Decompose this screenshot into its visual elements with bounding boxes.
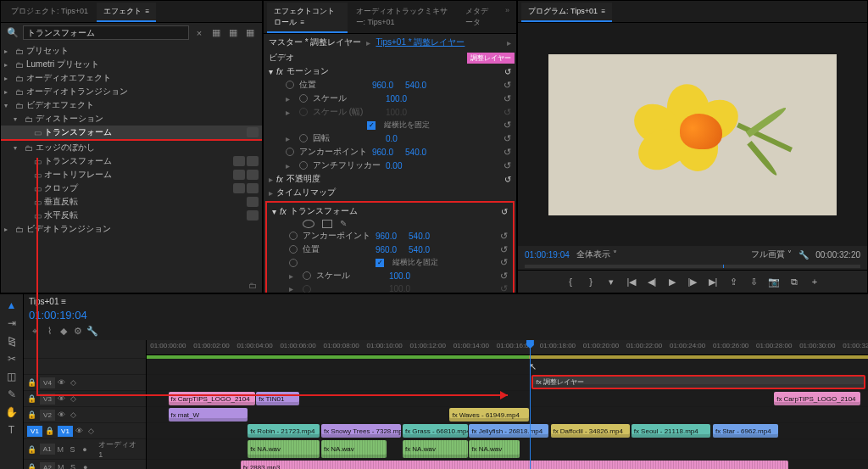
chevron-icon[interactable]: ▸ bbox=[4, 61, 13, 69]
wrench-icon[interactable]: 🔧 bbox=[798, 250, 809, 260]
chevron-icon[interactable]: ▸ bbox=[269, 175, 273, 184]
mask-ellipse-icon[interactable] bbox=[303, 220, 314, 228]
chevron-icon[interactable]: ▸ bbox=[286, 134, 294, 143]
sequence-tab[interactable]: Tips+01 ≡ bbox=[29, 297, 66, 306]
export-frame-icon[interactable]: 📷 bbox=[765, 274, 782, 289]
play-button[interactable]: ▶ bbox=[664, 274, 681, 289]
playhead[interactable] bbox=[530, 340, 531, 469]
toggle-icon[interactable]: ◇ bbox=[70, 394, 81, 403]
lift-icon[interactable]: ⇪ bbox=[725, 274, 742, 289]
tree-item[interactable]: ▸🗀ビデオトランジション bbox=[1, 222, 262, 236]
tf-anchor-y[interactable]: 540.0 bbox=[409, 232, 430, 241]
track-target-v3[interactable]: V3 bbox=[40, 394, 55, 405]
tab-audio-mixer[interactable]: オーディオトラックミキサー: Tips+01 bbox=[349, 3, 458, 33]
reset-icon[interactable]: ↺ bbox=[500, 257, 508, 268]
track-target-v2[interactable]: V2 bbox=[40, 410, 55, 421]
mark-in-icon[interactable]: { bbox=[562, 274, 579, 289]
record-icon[interactable]: ● bbox=[83, 463, 93, 469]
tree-item[interactable]: ▸🗀オーディオトランジション bbox=[1, 85, 262, 98]
lock-icon[interactable]: 🔒 bbox=[27, 410, 37, 419]
panel-menu-icon[interactable]: ≡ bbox=[145, 8, 149, 15]
chevron-icon[interactable]: ▸ bbox=[289, 271, 298, 281]
chevron-icon[interactable]: ▾ bbox=[4, 102, 13, 109]
tab-program[interactable]: プログラム: Tips+01 ≡ bbox=[521, 3, 612, 22]
stopwatch-icon[interactable] bbox=[299, 94, 308, 103]
opacity-effect[interactable]: 不透明度 bbox=[287, 173, 501, 185]
filter-icon-2[interactable]: ▦ bbox=[226, 26, 240, 40]
anchor-x[interactable]: 960.0 bbox=[372, 148, 393, 157]
program-scrubber[interactable] bbox=[525, 265, 860, 268]
tree-item[interactable]: ▾🗀ビデオエフェクト bbox=[1, 98, 262, 112]
clip-adjustment-layer[interactable]: fx調整レイヤー bbox=[531, 375, 865, 389]
clip-waves[interactable]: fxWaves - 61949.mp4 bbox=[449, 408, 529, 422]
clip-logo2[interactable]: fxCarpTIPS_LOGO_2104 bbox=[774, 392, 860, 405]
wrench-icon[interactable]: 🔧 bbox=[86, 325, 98, 337]
clip-snowy[interactable]: fxSnowy Trees - 7328.mp bbox=[321, 424, 401, 438]
antiflicker-value[interactable]: 0.00 bbox=[386, 161, 402, 170]
timeline-tracks-area[interactable]: 01:00:00:0001:00:02:0001:00:04:0001:00:0… bbox=[147, 340, 868, 469]
ripple-edit-tool-icon[interactable]: ⧎ bbox=[3, 333, 20, 349]
filter-icon-3[interactable]: ▦ bbox=[243, 26, 257, 40]
clip-bgm[interactable]: fx2883.mp3 bbox=[241, 461, 789, 469]
chevron-icon[interactable]: ▸ bbox=[4, 226, 13, 233]
mute-icon[interactable]: M bbox=[58, 463, 68, 469]
transform-effect[interactable]: トランスフォーム bbox=[290, 205, 498, 217]
step-forward-icon[interactable]: |▶ bbox=[684, 274, 701, 289]
mute-icon[interactable]: M bbox=[58, 445, 68, 454]
extract-icon[interactable]: ⇩ bbox=[745, 274, 762, 289]
stopwatch-icon[interactable] bbox=[303, 271, 311, 280]
tab-effect-controls[interactable]: エフェクトコントロール ≡ bbox=[267, 3, 348, 33]
reset-icon[interactable]: ↺ bbox=[504, 160, 511, 171]
reset-icon[interactable]: ↺ bbox=[504, 147, 511, 158]
program-timecode[interactable]: 01:00:19:04 bbox=[525, 250, 570, 260]
stopwatch-icon[interactable] bbox=[286, 148, 294, 156]
go-to-out-icon[interactable]: ▶| bbox=[704, 274, 721, 289]
razor-tool-icon[interactable]: ✂ bbox=[3, 351, 20, 366]
chevron-icon[interactable]: ▸ bbox=[269, 188, 273, 198]
track-target-a1[interactable]: A1 bbox=[40, 444, 55, 455]
stopwatch-icon[interactable] bbox=[289, 232, 298, 240]
toggle-icon[interactable]: ◇ bbox=[70, 378, 81, 387]
settings-icon[interactable]: ⚙ bbox=[72, 325, 84, 337]
clip-matw[interactable]: fxmat_W bbox=[169, 408, 248, 422]
tree-item[interactable]: ▾🗀エッジのぼかし bbox=[1, 141, 262, 154]
clip-seoul[interactable]: fxSeoul - 21118.mp4 bbox=[632, 424, 711, 438]
clip-logo1[interactable]: fxCarpTIPS_LOGO_2104 bbox=[169, 392, 255, 405]
clip-tin[interactable]: fxTIN01 bbox=[256, 392, 299, 405]
tree-item[interactable]: ▭オートリフレーム bbox=[1, 168, 262, 181]
chevron-icon[interactable]: ▸ bbox=[286, 94, 294, 103]
reset-icon[interactable]: ↺ bbox=[504, 175, 511, 184]
reset-icon[interactable]: ↺ bbox=[504, 93, 511, 104]
lock-icon[interactable]: 🔒 bbox=[27, 445, 37, 454]
reset-icon[interactable]: ↺ bbox=[504, 67, 511, 76]
tree-item[interactable]: ▭垂直反転 bbox=[1, 195, 262, 209]
reset-icon[interactable]: ↺ bbox=[504, 120, 511, 131]
record-icon[interactable]: ● bbox=[82, 445, 92, 454]
lock-icon[interactable]: 🔒 bbox=[27, 378, 37, 387]
eye-icon[interactable]: 👁 bbox=[58, 410, 68, 419]
chevron-icon[interactable]: ▸ bbox=[4, 75, 13, 82]
reset-icon[interactable]: ↺ bbox=[504, 133, 511, 144]
add-marker-icon[interactable]: ▾ bbox=[603, 274, 620, 289]
tree-item[interactable]: ▭クロップ bbox=[1, 181, 262, 195]
track-target-a2[interactable]: A2 bbox=[40, 462, 55, 470]
clip-star[interactable]: fxStar - 6962.mp4 bbox=[713, 424, 778, 438]
eye-icon[interactable]: 👁 bbox=[58, 378, 68, 387]
uniform-scale-checkbox[interactable]: ✓ bbox=[367, 121, 376, 130]
position-y[interactable]: 540.0 bbox=[405, 81, 426, 90]
hand-tool-icon[interactable]: ✋ bbox=[3, 405, 20, 420]
motion-effect[interactable]: モーション bbox=[287, 65, 501, 77]
position-x[interactable]: 960.0 bbox=[372, 81, 393, 90]
clip-grass[interactable]: fxGrass - 66810.mp4 bbox=[403, 424, 468, 438]
tree-item[interactable]: ▭水平反転 bbox=[1, 209, 262, 222]
lock-icon[interactable]: 🔒 bbox=[45, 427, 55, 435]
effects-search-input[interactable] bbox=[23, 25, 189, 40]
reset-icon[interactable]: ↺ bbox=[504, 80, 511, 91]
stopwatch-icon[interactable] bbox=[289, 259, 298, 267]
link-icon[interactable]: ⌇ bbox=[43, 325, 55, 337]
chevron-down-icon[interactable]: ▾ bbox=[269, 67, 273, 76]
quality-dropdown[interactable]: フル画質 ˅ bbox=[751, 248, 792, 260]
toggle-icon[interactable]: ◇ bbox=[88, 427, 98, 435]
source-link[interactable]: Tips+01 * 調整レイヤー bbox=[376, 36, 465, 48]
clip-na-2[interactable]: fxNA.wav bbox=[321, 440, 387, 458]
